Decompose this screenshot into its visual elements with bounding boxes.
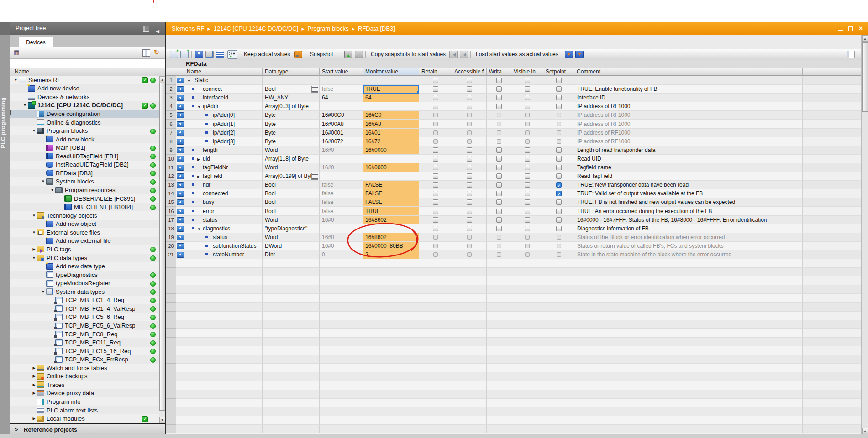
writa-checkbox[interactable] [496, 226, 502, 231]
cell-name[interactable]: ipAddr[1] [184, 120, 263, 129]
vis-checkbox[interactable] [525, 122, 530, 126]
acc-checkbox[interactable] [467, 173, 472, 179]
insert-row-icon[interactable] [170, 51, 178, 58]
cell-dt[interactable]: HW_ANY [263, 94, 320, 102]
tree-item-tcp-mb-fc8-req[interactable]: TCP_MB_FC8_Req [10, 330, 159, 339]
cell-start[interactable]: false [320, 189, 363, 198]
cell-start[interactable]: false [320, 85, 363, 94]
scroll-up-icon[interactable]: ▲ [862, 35, 868, 42]
table-row[interactable]: 17statusWord16#016#860216#0000 - 16#7FFF… [166, 216, 861, 224]
cell-comment[interactable]: IP address of RF1000 [574, 137, 803, 146]
cell-start[interactable]: 64 [320, 94, 363, 102]
data-type-picker-icon[interactable] [311, 86, 318, 93]
cell-mon[interactable]: 16#8602 [363, 216, 419, 224]
cell-start[interactable]: 16#0 [320, 233, 363, 242]
cell-start[interactable]: 16#0072 [320, 137, 363, 146]
setp-checkbox[interactable] [557, 235, 561, 240]
table-row[interactable]: 4▼ipAddrArray[0..3] of ByteIP address of… [166, 102, 861, 111]
copy-snapshot-icon[interactable] [449, 51, 458, 58]
cell-dt[interactable]: DInt [263, 250, 320, 259]
retain-checkbox[interactable] [433, 209, 438, 214]
cell-start[interactable]: false [320, 181, 363, 189]
cell-dt[interactable]: Array[0..199] of Byte [263, 172, 320, 181]
cell-mon[interactable] [363, 76, 419, 85]
vis-checkbox[interactable] [525, 252, 530, 257]
cell-comment[interactable]: Tagfield name [574, 163, 803, 172]
row-expand-icon[interactable]: ▼ [197, 225, 201, 233]
tree-expand-icon[interactable]: ▼ [22, 103, 28, 107]
writa-checkbox[interactable] [497, 130, 501, 135]
vis-checkbox[interactable] [525, 244, 530, 248]
cell-mon[interactable]: TRUE [363, 85, 419, 94]
cell-dt[interactable]: Byte [263, 111, 320, 120]
tree-item-technology-objects[interactable]: ▼Technology objects [10, 211, 159, 220]
column-header-accessible-f[interactable]: Accessible f... [452, 68, 487, 76]
retain-checkbox[interactable] [433, 235, 438, 240]
monitor-all-icon[interactable] [227, 50, 237, 59]
setp-checkbox[interactable] [556, 217, 562, 223]
cell-start[interactable]: 16#0 [320, 163, 363, 172]
tree-item-1214c-cpu-1214c-dc-dc-dc[interactable]: ▼1214C [CPU 1214C DC/DC/DC]✓ [10, 101, 159, 110]
table-row[interactable]: 6ipAddr[1]Byte16#00A816#A8IP address of … [166, 120, 861, 129]
vis-checkbox[interactable] [525, 156, 530, 162]
setp-checkbox[interactable] [557, 113, 561, 117]
cell-start[interactable] [320, 155, 363, 163]
tree-item-add-new-object[interactable]: Add new object [10, 220, 159, 229]
tree-expand-icon[interactable]: ▼ [13, 78, 19, 82]
retain-checkbox[interactable] [433, 122, 438, 126]
vis-checkbox[interactable] [525, 199, 530, 205]
setp-checkbox[interactable] [556, 191, 562, 196]
writa-checkbox[interactable] [497, 252, 501, 257]
cell-start[interactable]: 16#0 [320, 146, 363, 155]
tree-columns-icon[interactable] [142, 49, 150, 57]
cell-mon[interactable]: FALSE [363, 198, 419, 207]
expand-panel-icon[interactable] [847, 51, 855, 58]
cell-name[interactable]: error [184, 207, 263, 216]
tree-item-add-new-block[interactable]: Add new block [10, 135, 159, 144]
cell-start[interactable]: 16#0 [320, 216, 363, 224]
cell-mon[interactable]: 16#0000 [363, 163, 419, 172]
acc-checkbox[interactable] [467, 156, 472, 162]
vis-checkbox[interactable] [525, 165, 530, 170]
close-button[interactable]: × [857, 25, 864, 32]
add-row-icon[interactable] [180, 51, 189, 58]
tree-item-online-diagnostics[interactable]: Online & diagnostics [10, 118, 159, 127]
cell-name[interactable]: connected [184, 189, 263, 198]
tree-item-traces[interactable]: ▶Traces [10, 381, 159, 389]
cell-name[interactable]: length [184, 146, 263, 155]
table-row[interactable]: 7ipAddr[2]Byte16#000116#01IP address of … [166, 129, 861, 137]
tree-item-add-new-device[interactable]: Add new device [10, 84, 159, 93]
tree-item-program-blocks[interactable]: ▼Program blocks [10, 126, 159, 135]
tree-item-rfdata-db3[interactable]: RFData [DB3] [10, 169, 159, 177]
tree-expand-icon[interactable]: ▼ [31, 129, 37, 133]
setp-checkbox[interactable] [556, 165, 562, 170]
vis-checkbox[interactable] [525, 139, 530, 144]
writa-checkbox[interactable] [496, 95, 502, 100]
acc-checkbox[interactable] [467, 165, 472, 170]
cell-dt[interactable]: Word [263, 163, 320, 172]
setp-checkbox[interactable] [556, 156, 562, 162]
vis-checkbox[interactable] [525, 130, 530, 135]
setp-checkbox[interactable] [557, 244, 561, 248]
column-header-monitor-value[interactable]: Monitor value [363, 68, 419, 76]
tree-expand-icon[interactable]: ▶ [31, 366, 37, 370]
table-row[interactable]: 5ipAddr[0]Byte16#00C016#C0IP address of … [166, 111, 861, 120]
retain-checkbox[interactable] [433, 113, 438, 117]
writa-checkbox[interactable] [497, 235, 501, 240]
cell-name[interactable]: status [184, 233, 263, 242]
setp-checkbox[interactable] [557, 139, 561, 144]
cell-dt[interactable]: Array[0..3] of Byte [263, 102, 320, 111]
acc-checkbox[interactable] [467, 113, 472, 117]
cell-comment[interactable]: TRUE: Enable functionality of FB [574, 85, 803, 94]
column-header-writa[interactable]: Writa... [487, 68, 511, 76]
expand-section-icon[interactable]: > [15, 426, 18, 433]
acc-checkbox[interactable] [467, 199, 472, 205]
tree-item-system-blocks[interactable]: ▼System blocks [10, 177, 159, 186]
copy-snapshot2-icon[interactable] [460, 51, 468, 58]
setp-checkbox[interactable] [556, 199, 562, 205]
row-expand-icon[interactable]: ▼ [197, 103, 201, 111]
cell-mon[interactable]: 16#72 [363, 137, 419, 146]
expanded-mode-icon[interactable] [216, 51, 224, 58]
acc-checkbox[interactable] [467, 95, 472, 100]
table-row[interactable]: 13ndrBoolfalseFALSETRUE: New transponder… [166, 181, 861, 189]
